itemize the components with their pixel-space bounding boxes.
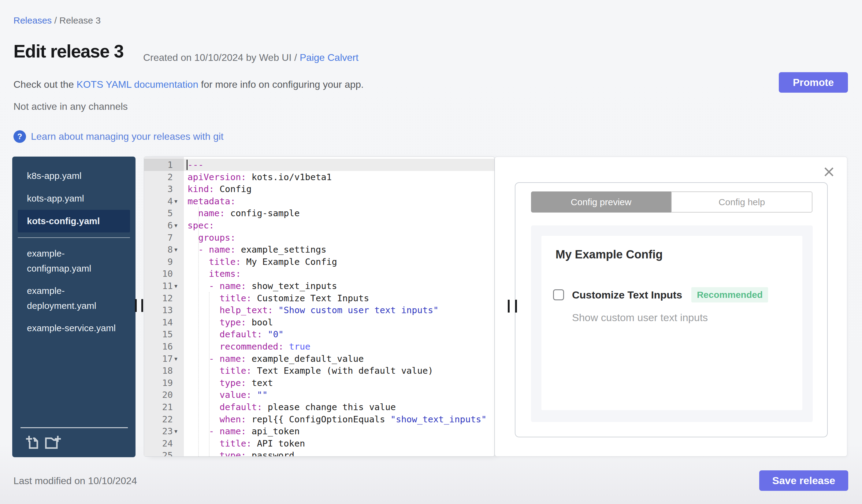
fold-arrow-icon[interactable]: ▾ bbox=[174, 195, 184, 207]
file-item-example-service.yaml[interactable]: example-service.yaml bbox=[12, 317, 129, 339]
code-text: type: bool bbox=[187, 316, 273, 329]
code-text: kind: Config bbox=[187, 183, 252, 195]
code-text: --- bbox=[187, 159, 204, 171]
line-number: 3 bbox=[144, 183, 173, 195]
code-line-23[interactable]: 23▾ - name: api_token bbox=[144, 425, 494, 437]
git-releases-link[interactable]: Learn about managing your releases with … bbox=[31, 131, 224, 142]
config-item-label: Customize Text Inputs bbox=[572, 289, 682, 301]
line-number: 8 bbox=[144, 243, 173, 256]
line-number: 16 bbox=[144, 340, 173, 353]
line-number: 2 bbox=[144, 171, 173, 183]
code-line-7[interactable]: 7 groups: bbox=[144, 231, 494, 244]
fold-arrow-icon[interactable]: ▾ bbox=[174, 425, 184, 437]
code-line-12[interactable]: 12 title: Customize Text Inputs bbox=[144, 292, 494, 304]
code-line-25[interactable]: 25 type: password bbox=[144, 449, 494, 456]
kots-docs-link[interactable]: KOTS YAML documentation bbox=[77, 79, 198, 90]
code-line-6[interactable]: 6▾spec: bbox=[144, 219, 494, 231]
code-line-8[interactable]: 8▾ - name: example_settings bbox=[144, 243, 494, 256]
code-line-21[interactable]: 21 default: please change this value bbox=[144, 401, 494, 413]
code-line-10[interactable]: 10 items: bbox=[144, 268, 494, 280]
file-item-kots-config.yaml[interactable]: kots-config.yaml bbox=[18, 210, 130, 233]
upload-file-icon[interactable] bbox=[45, 434, 61, 450]
tab-config-preview[interactable]: Config preview bbox=[531, 191, 671, 213]
left-resize-handle-bar[interactable] bbox=[135, 299, 137, 312]
recommended-badge: Recommended bbox=[691, 287, 768, 303]
code-line-13[interactable]: 13 help_text: "Show custom user text inp… bbox=[144, 304, 494, 316]
code-text: title: Customize Text Inputs bbox=[187, 292, 369, 304]
code-line-4[interactable]: 4▾metadata: bbox=[144, 195, 494, 207]
save-release-button[interactable]: Save release bbox=[759, 470, 848, 491]
code-line-24[interactable]: 24 title: API token bbox=[144, 437, 494, 450]
code-line-19[interactable]: 19 type: text bbox=[144, 377, 494, 389]
code-line-22[interactable]: 22 when: repl{{ ConfigOptionEquals "show… bbox=[144, 413, 494, 425]
line-number: 25 bbox=[144, 449, 173, 456]
fold-arrow-icon[interactable]: ▾ bbox=[174, 219, 184, 231]
file-item-label: example-configmap.yaml bbox=[27, 246, 128, 276]
docs-line: Check out the KOTS YAML documentation fo… bbox=[13, 79, 364, 90]
sidebar-divider bbox=[21, 427, 128, 428]
code-line-9[interactable]: 9 title: My Example Config bbox=[144, 256, 494, 268]
code-line-2[interactable]: 2apiVersion: kots.io/v1beta1 bbox=[144, 171, 494, 183]
config-group-title: My Example Config bbox=[556, 248, 663, 261]
tab-config-help[interactable]: Config help bbox=[671, 191, 812, 213]
code-line-14[interactable]: 14 type: bool bbox=[144, 316, 494, 329]
code-text: apiVersion: kots.io/v1beta1 bbox=[187, 171, 331, 183]
left-resize-handle-bar[interactable] bbox=[141, 299, 143, 312]
text-cursor bbox=[186, 160, 187, 170]
fold-arrow-icon[interactable]: ▾ bbox=[174, 243, 184, 256]
git-help-row: ? Learn about managing your releases wit… bbox=[13, 130, 224, 143]
code-text: title: My Example Config bbox=[187, 256, 337, 268]
code-text: items: bbox=[187, 268, 241, 280]
file-item-k8s-app.yaml[interactable]: k8s-app.yaml bbox=[12, 164, 135, 187]
right-resize-handle-bar[interactable] bbox=[508, 300, 510, 313]
code-text: - name: example_default_value bbox=[187, 353, 364, 365]
line-number: 22 bbox=[144, 413, 173, 425]
page-title: Edit release 3 bbox=[13, 41, 123, 62]
line-number: 14 bbox=[144, 316, 173, 329]
yaml-editor[interactable]: 1---2apiVersion: kots.io/v1beta13kind: C… bbox=[144, 157, 495, 456]
file-item-kots-app.yaml[interactable]: kots-app.yaml bbox=[12, 187, 135, 210]
line-number: 15 bbox=[144, 328, 173, 340]
code-line-18[interactable]: 18 title: Text Example (with default val… bbox=[144, 364, 494, 377]
line-number: 12 bbox=[144, 292, 173, 304]
code-line-16[interactable]: 16 recommended: true bbox=[144, 340, 494, 353]
file-item-label: example-deployment.yaml bbox=[27, 283, 128, 313]
customize-text-inputs-checkbox[interactable] bbox=[553, 289, 564, 300]
breadcrumb: Releases / Release 3 bbox=[13, 15, 101, 26]
line-number: 13 bbox=[144, 304, 173, 316]
line-number: 24 bbox=[144, 437, 173, 450]
file-tree-panel: k8s-app.yamlkots-app.yamlkots-config.yam… bbox=[12, 157, 135, 457]
config-group-card: My Example Config Customize Text Inputs … bbox=[541, 236, 802, 410]
line-number: 7 bbox=[144, 231, 173, 244]
add-file-icon[interactable] bbox=[26, 434, 40, 450]
code-line-5[interactable]: 5 name: config-sample bbox=[144, 207, 494, 219]
code-line-1[interactable]: 1--- bbox=[144, 159, 494, 171]
code-line-17[interactable]: 17▾ - name: example_default_value bbox=[144, 353, 494, 365]
fold-arrow-icon[interactable]: ▾ bbox=[174, 280, 184, 292]
config-tabs: Config preview Config help bbox=[531, 191, 812, 213]
code-text: - name: show_text_inputs bbox=[187, 280, 337, 292]
code-text: title: Text Example (with default value) bbox=[187, 364, 433, 377]
file-item-example-configmap.yaml[interactable]: example-configmap.yaml bbox=[12, 242, 129, 279]
breadcrumb-current: Release 3 bbox=[59, 15, 101, 25]
line-number: 5 bbox=[144, 207, 173, 219]
code-line-3[interactable]: 3kind: Config bbox=[144, 183, 494, 195]
right-resize-handle-bar[interactable] bbox=[515, 300, 517, 313]
code-text: help_text: "Show custom user text inputs… bbox=[187, 304, 439, 316]
config-preview-card: Config preview Config help My Example Co… bbox=[515, 182, 828, 437]
line-number: 21 bbox=[144, 401, 173, 413]
config-item-help: Show custom user text inputs bbox=[572, 311, 708, 323]
author-link[interactable]: Paige Calvert bbox=[300, 52, 358, 63]
line-number: 19 bbox=[144, 377, 173, 389]
code-text: spec: bbox=[187, 219, 214, 231]
close-icon[interactable] bbox=[822, 165, 836, 179]
promote-button[interactable]: Promote bbox=[779, 72, 848, 93]
fold-arrow-icon[interactable]: ▾ bbox=[174, 353, 184, 365]
code-line-20[interactable]: 20 value: "" bbox=[144, 389, 494, 401]
code-line-11[interactable]: 11▾ - name: show_text_inputs bbox=[144, 280, 494, 292]
line-number: 11 bbox=[144, 280, 173, 292]
breadcrumb-releases-link[interactable]: Releases bbox=[13, 15, 52, 25]
file-actions bbox=[26, 434, 61, 450]
code-line-15[interactable]: 15 default: "0" bbox=[144, 328, 494, 340]
file-item-example-deployment.yaml[interactable]: example-deployment.yaml bbox=[12, 279, 129, 317]
